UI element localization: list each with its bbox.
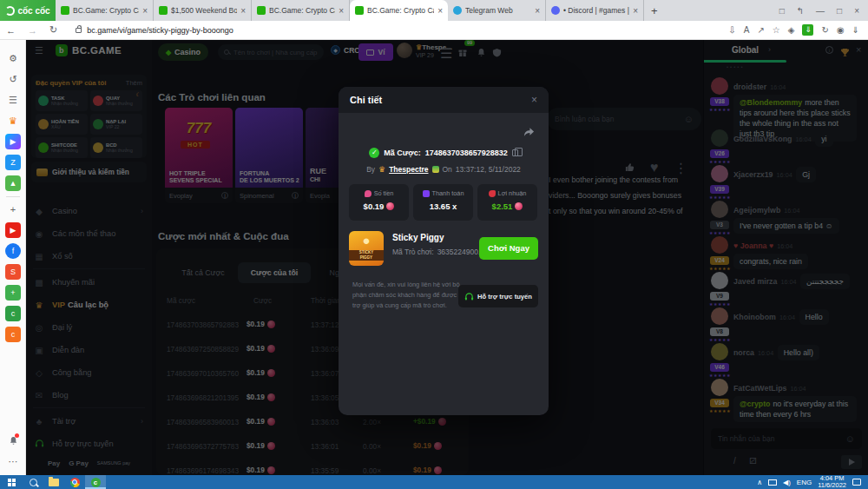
cart-icon[interactable]: c: [5, 327, 21, 342]
tab-close-icon[interactable]: ×: [535, 6, 540, 16]
bcgame-favicon: [61, 6, 69, 15]
browser-tab[interactable]: • Discord | #games | BC G×: [546, 0, 644, 21]
reading-list-icon[interactable]: ☰: [5, 92, 21, 108]
taskbar-search[interactable]: [23, 475, 43, 489]
coccoc-icon: [5, 6, 15, 16]
bcgame-favicon: [355, 6, 364, 15]
bet-author-link[interactable]: Thespectre: [389, 165, 428, 174]
settings-gear-icon[interactable]: ⚙: [5, 50, 21, 66]
browser-tabbar: cốc cốc BC.Game: Crypto Casino Gan× $1,5…: [0, 0, 868, 21]
bookmark-star-icon[interactable]: ☆: [773, 25, 780, 35]
minimize-button[interactable]: —: [816, 6, 825, 16]
tab-search-icon[interactable]: □: [779, 6, 785, 16]
shopee-icon[interactable]: S: [5, 264, 21, 280]
game-id-value: 3635224900...: [437, 248, 484, 256]
payout-icon: [423, 190, 430, 197]
tab-close-icon[interactable]: ×: [339, 6, 344, 16]
tab-restore-icon[interactable]: ↰: [797, 6, 804, 16]
bet-id-label: Mã Cược:: [384, 149, 420, 157]
stat-amount: Số tiền $0.19: [349, 184, 409, 221]
share-icon[interactable]: ↗: [757, 25, 764, 35]
bet-author-row: By ♛ Thespectre On 13:37:12, 5/11/2022: [339, 165, 549, 174]
new-tab-button[interactable]: +: [644, 4, 665, 17]
promo-gift-icon[interactable]: +: [5, 285, 21, 301]
history-icon[interactable]: ↺: [5, 71, 21, 87]
green-leaf-icon[interactable]: c: [5, 306, 21, 321]
bet-id-value: 1748637038657928832: [425, 149, 508, 157]
game-name: Sticky Piggy: [392, 233, 444, 242]
tab-close-icon[interactable]: ×: [142, 6, 148, 16]
bet-details-modal: Chi tiết × ✓ Mã Cược: 174863703865792883…: [339, 87, 549, 415]
screen: cốc cốc BC.Game: Crypto Casino Gan× $1,5…: [0, 0, 868, 489]
action-center-icon[interactable]: [852, 479, 861, 486]
facebook-icon[interactable]: f: [5, 243, 21, 259]
browser-tab[interactable]: $1,500 Weekend Booongo M×: [154, 0, 252, 21]
browser-tab[interactable]: BC.Game: Crypto Casino Gan×: [56, 0, 154, 21]
zalo-icon[interactable]: Z: [5, 155, 21, 170]
coccoc-sidebar: ⚙ ↺ ☰ ♛ ▶ Z ▲ + ▶ f S + c c ⋯: [0, 40, 26, 475]
bell-icon: [9, 436, 18, 446]
modal-title: Chi tiết: [350, 95, 382, 105]
tray-chevron-icon[interactable]: ∧: [757, 479, 762, 486]
close-window-button[interactable]: ×: [854, 6, 859, 16]
save-page-icon[interactable]: ⇩: [728, 25, 735, 35]
address-bar: ← → ↻ bc.game/vi/game/sticky-piggy-by-bo…: [0, 21, 868, 40]
modal-game-row: ● STICKYPIGGY Sticky Piggy Mã Trò chơi:3…: [349, 231, 538, 271]
verified-check-icon: ✓: [369, 148, 379, 158]
taskbar-chrome[interactable]: [64, 475, 85, 489]
more-icon[interactable]: ⋯: [5, 453, 21, 469]
piggy-graphic: ●: [349, 231, 384, 250]
flag-badge: [432, 166, 439, 173]
browser-tab[interactable]: Telegram Web×: [448, 0, 546, 21]
online-support-button[interactable]: Hỗ trợ trực tuyến: [458, 285, 538, 307]
stat-profit: Lợi nhuận $2.51: [477, 184, 537, 221]
play-now-button[interactable]: Chơi Ngay: [479, 237, 538, 260]
add-shortcut-icon[interactable]: +: [5, 202, 21, 217]
speaker-icon[interactable]: ◀): [783, 479, 791, 486]
extension-icon[interactable]: ↻: [821, 25, 828, 35]
headset-icon: [464, 292, 474, 301]
browser-tab[interactable]: BC.Game: Crypto Casino Gan×: [252, 0, 350, 21]
back-icon[interactable]: ←: [0, 25, 22, 36]
game-thumbnail[interactable]: ● STICKYPIGGY: [349, 231, 384, 266]
browser-tab-active[interactable]: BC.Game: Crypto Casino Gan×: [350, 0, 448, 21]
discord-favicon: [551, 6, 560, 15]
language-indicator[interactable]: ENG: [797, 479, 812, 486]
display-icon[interactable]: [768, 479, 777, 486]
url-text[interactable]: bc.game/vi/game/sticky-piggy-by-booongo: [87, 26, 233, 35]
adblock-shield-icon[interactable]: ◈: [788, 25, 795, 35]
coccoc-logo[interactable]: cốc cốc: [0, 0, 56, 21]
bet-stats: Số tiền $0.19 Thanh toán 13.65 x Lợi nhu…: [349, 184, 538, 221]
messenger-icon[interactable]: ▶: [5, 134, 21, 149]
crown-icon[interactable]: ♛: [5, 113, 21, 129]
bet-id-row: ✓ Mã Cược: 1748637038657928832: [339, 148, 549, 158]
game-id-label: Mã Trò chơi:: [392, 248, 434, 256]
bcgame-site: ☰ bBC.GAME Đặc quyền VIP của tôi Thêm TA…: [26, 40, 868, 475]
translate-icon[interactable]: A: [744, 25, 750, 35]
amount-icon: [365, 190, 372, 197]
maximize-button[interactable]: □: [837, 6, 842, 16]
tab-close-icon[interactable]: ×: [633, 6, 638, 16]
gamepad-icon[interactable]: ▲: [5, 175, 21, 191]
forward-icon[interactable]: →: [22, 25, 43, 36]
clock[interactable]: 4:04 PM 11/6/2022: [818, 475, 846, 489]
telegram-favicon: [453, 6, 462, 15]
medal-icon: ♛: [378, 165, 385, 174]
tab-close-icon[interactable]: ×: [437, 6, 443, 16]
tab-close-icon[interactable]: ×: [240, 6, 246, 16]
coin-icon: [386, 202, 394, 210]
taskbar-explorer[interactable]: [43, 475, 64, 489]
downloads-icon[interactable]: ⇓: [852, 25, 859, 35]
download-manager-icon[interactable]: ⇓: [802, 24, 813, 36]
start-button[interactable]: [0, 475, 23, 489]
notification-bell-icon[interactable]: [5, 433, 21, 448]
windows-taskbar: c ∧ ◀) ENG 4:04 PM 11/6/2022: [0, 475, 868, 489]
close-modal-icon[interactable]: ×: [531, 94, 537, 106]
profile-icon[interactable]: ◉: [837, 25, 845, 35]
lock-icon: [76, 28, 82, 33]
youtube-icon[interactable]: ▶: [5, 222, 21, 238]
taskbar-coccoc[interactable]: c: [85, 475, 106, 489]
reload-icon[interactable]: ↻: [43, 24, 63, 36]
share-icon[interactable]: [523, 125, 535, 141]
copy-icon[interactable]: [512, 149, 518, 156]
